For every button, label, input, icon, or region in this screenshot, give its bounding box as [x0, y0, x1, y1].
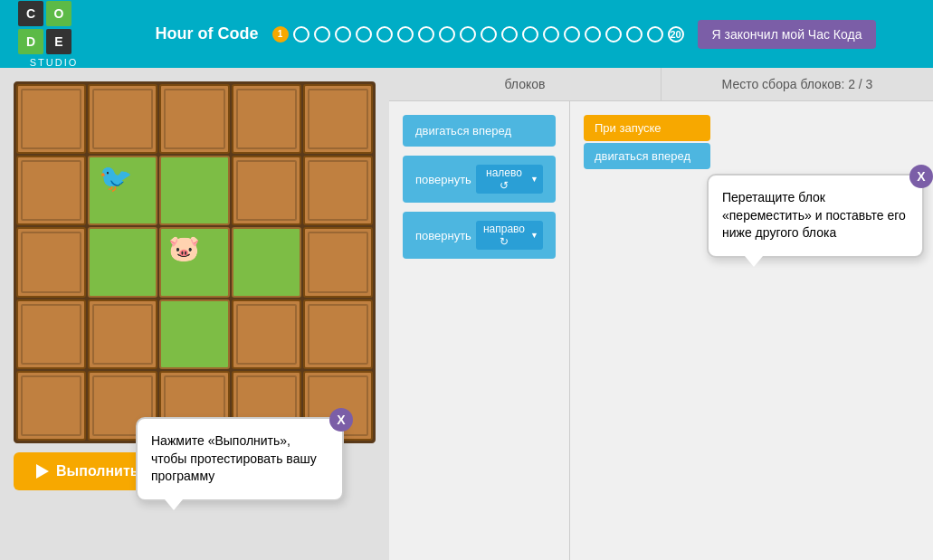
grid-cell [88, 84, 157, 154]
grid-cell: 🐷 [159, 227, 229, 297]
grid-cell [88, 299, 157, 369]
step-10 [460, 26, 476, 43]
grid-cell [303, 156, 373, 225]
step-16 [585, 26, 601, 43]
step-18 [626, 26, 643, 43]
turn-right-block[interactable]: повернуть направо ↻ [403, 212, 556, 259]
move-forward-label: двигаться вперед [415, 124, 511, 138]
step-19 [647, 26, 663, 43]
turn-right-dropdown[interactable]: направо ↻ [476, 221, 543, 250]
step-2 [293, 26, 309, 43]
code-body: двигаться вперед повернуть налево ↺ пове… [389, 101, 933, 560]
play-icon [36, 464, 49, 479]
grid-cell [303, 227, 373, 297]
workspace-panel: При запуске двигаться вперед X Перетащит… [570, 101, 933, 560]
grid-cell [232, 299, 301, 369]
step-4 [335, 26, 351, 43]
step-11 [481, 26, 497, 43]
grid-cell [16, 371, 86, 441]
action-block[interactable]: двигаться вперед [584, 143, 710, 169]
grid-cell [303, 299, 373, 369]
step-14 [543, 26, 559, 43]
run-button-label: Выполнить [56, 463, 139, 479]
logo-o: O [46, 1, 71, 26]
blocks-panel: двигаться вперед повернуть налево ↺ пове… [389, 101, 570, 560]
studio-label: STUDIO [30, 57, 79, 68]
turn-left-block[interactable]: повернуть налево ↺ [403, 156, 556, 203]
step-15 [564, 26, 580, 43]
step-6 [376, 26, 393, 43]
step-7 [397, 26, 414, 43]
logo-c: C [18, 1, 43, 26]
grid-cell [303, 84, 373, 154]
grid-cell: 🐦 [88, 156, 157, 225]
progress-bar: 1 20 [272, 26, 684, 43]
main: 🐦 🐷 В [0, 68, 933, 560]
logo: C O D E [18, 1, 71, 54]
game-area: 🐦 🐷 В [0, 68, 389, 560]
tooltip2-text: Перетащите блок «переместить» и поставьт… [722, 190, 906, 240]
step-8 [418, 26, 434, 43]
step-5 [356, 26, 372, 43]
step-9 [439, 26, 455, 43]
step-12 [501, 26, 518, 43]
finish-button[interactable]: Я закончил мой Час Кода [698, 20, 877, 49]
grid-cell [232, 156, 301, 225]
grid-cell [159, 299, 229, 369]
grid-cell [232, 84, 301, 154]
grid-cell [232, 227, 301, 297]
grid-cell [16, 84, 86, 154]
hour-of-code-section: Hour of Code 1 20 Я закончил мой Час Код… [117, 20, 915, 49]
code-header: блоков Место сбора блоков: 2 / 3 [389, 68, 933, 101]
pig-sprite: 🐷 [168, 233, 200, 263]
grid-cell [88, 227, 157, 297]
grid-cell [159, 156, 229, 225]
tooltip-drag: X Перетащите блок «переместить» и постав… [707, 174, 924, 258]
turn-right-label: повернуть [415, 229, 471, 242]
trigger-block[interactable]: При запуске [584, 115, 710, 141]
step-20: 20 [668, 26, 684, 43]
turn-left-dropdown[interactable]: налево ↺ [476, 165, 543, 194]
logo-wrapper: C O D E STUDIO [18, 1, 90, 68]
grid-cell [159, 84, 229, 154]
tooltip-run: X Нажмите «Выполнить», чтобы протестиров… [136, 417, 344, 501]
logo-e: E [46, 29, 71, 54]
bird-sprite: 🐦 [99, 162, 132, 194]
logo-d: D [18, 29, 43, 54]
step-17 [605, 26, 622, 43]
step-3 [314, 26, 330, 43]
turn-left-label: повернуть [415, 173, 471, 186]
code-area: блоков Место сбора блоков: 2 / 3 двигать… [389, 68, 933, 560]
blocks-col-header: блоков [389, 68, 662, 100]
hoc-title: Hour of Code [156, 24, 259, 43]
header: C O D E STUDIO Hour of Code 1 [0, 0, 933, 68]
workspace-col-header: Место сбора блоков: 2 / 3 [662, 68, 933, 100]
tooltip2-close-button[interactable]: X [909, 165, 933, 188]
step-1: 1 [272, 26, 289, 43]
grid-cell [16, 227, 86, 297]
grid-cell [16, 156, 86, 225]
move-forward-block[interactable]: двигаться вперед [403, 115, 556, 147]
grid-cell [16, 299, 86, 369]
workspace-blocks: При запуске двигаться вперед [584, 115, 710, 169]
game-grid: 🐦 🐷 [14, 81, 376, 443]
tooltip1-text: Нажмите «Выполнить», чтобы протестироват… [151, 433, 317, 483]
step-13 [522, 26, 538, 43]
